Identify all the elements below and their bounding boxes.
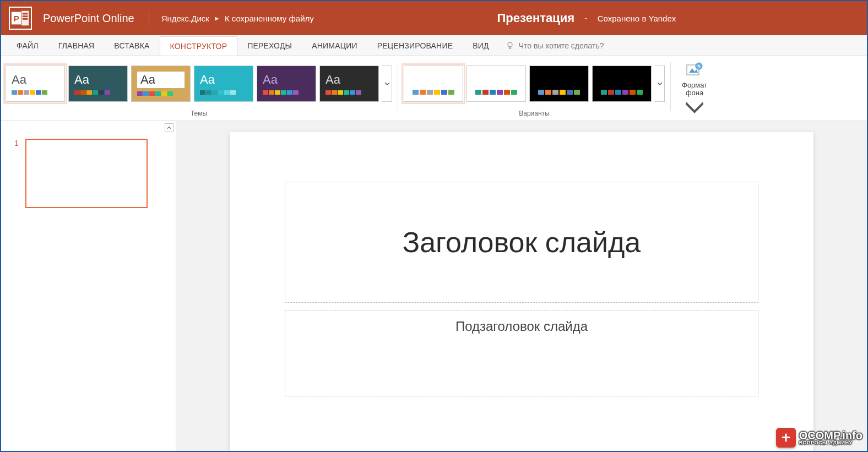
breadcrumb-file[interactable]: К сохраненному файлу [225,14,314,23]
dropdown-caret-icon [686,100,703,117]
ribbon-content: AaAaAaAaAaAa Темы Варианты Форм [1,56,867,121]
title-divider [149,10,149,26]
scroll-up-button[interactable] [165,123,173,132]
watermark-text: OCOMP.info ВОПРОСЫ АДМИНУ [799,431,862,445]
theme-office-white[interactable]: Aa [6,66,65,102]
document-name[interactable]: Презентация [497,11,575,25]
svg-rect-6 [23,18,28,20]
watermark: + OCOMP.info ВОПРОСЫ АДМИНУ [776,428,862,448]
ribbon-tab-вставка[interactable]: ВСТАВКА [104,35,159,56]
slide-number: 1 [14,139,19,208]
titlebar: P PowerPoint Online Яндекс.Диск ▸ К сохр… [1,1,867,35]
breadcrumb-location[interactable]: Яндекс.Диск [161,14,209,23]
title-dash: - [584,13,588,24]
variant-variant-white2[interactable] [466,66,526,102]
ribbon-tab-рецензирование[interactable]: РЕЦЕНЗИРОВАНИЕ [367,35,463,56]
breadcrumb: Яндекс.Диск ▸ К сохраненному файлу [161,13,314,23]
svg-text:P: P [14,14,19,23]
theme-facet-teal[interactable]: Aa [194,66,253,102]
theme-slice-dark[interactable]: Aa [319,66,379,102]
theme-wood[interactable]: Aa [131,66,191,102]
ribbon-tab-конструктор[interactable]: КОНСТРУКТОР [160,36,238,56]
tell-me-search[interactable]: Что вы хотите сделать? [506,35,604,56]
variants-expand-button[interactable] [655,66,665,102]
tell-me-placeholder: Что вы хотите сделать? [519,41,604,50]
chevron-up-icon [167,126,171,130]
svg-rect-5 [23,15,28,17]
title-center: Презентация - Сохранено в Yandex [314,11,859,25]
group-divider [398,62,398,111]
subtitle-placeholder[interactable]: Подзаголовок слайда [285,311,758,396]
watermark-plus-icon: + [776,428,796,448]
title-placeholder[interactable]: Заголовок слайда [285,182,758,303]
bulb-icon [506,41,514,50]
app-title: PowerPoint Online [43,12,134,25]
variant-variant-light[interactable] [404,66,463,102]
ribbon-group-themes: AaAaAaAaAaAa Темы [6,59,392,121]
breadcrumb-arrow-icon: ▸ [215,13,219,23]
svg-point-7 [508,42,512,47]
slide-thumbnail-item: 1 [14,139,169,208]
themes-group-label: Темы [191,107,207,121]
chevron-down-icon [657,81,663,86]
subtitle-placeholder-text: Подзаголовок слайда [455,319,588,334]
svg-rect-4 [23,13,28,15]
title-placeholder-text: Заголовок слайда [403,226,641,259]
saved-status: Сохранено в Yandex [598,14,676,23]
slide-thumbnail[interactable] [25,139,148,208]
work-area: 1 Заголовок слайда Подзаголовок слайда +… [1,121,867,451]
group-divider [670,62,671,111]
theme-ion-purple[interactable]: Aa [257,66,316,102]
variant-variant-black1[interactable] [529,66,589,102]
slides-panel: 1 [1,121,176,451]
variants-group-label: Варианты [519,107,549,121]
ribbon-tab-главная[interactable]: ГЛАВНАЯ [48,35,105,56]
format-background-icon [686,62,703,79]
ribbon-tabs: ФАЙЛГЛАВНАЯВСТАВКАКОНСТРУКТОРПЕРЕХОДЫАНИ… [1,35,867,56]
ribbon-tab-переходы[interactable]: ПЕРЕХОДЫ [237,35,302,56]
format-background-label: Формат фона [682,81,707,97]
slide-canvas[interactable]: Заголовок слайда Подзаголовок слайда [230,132,813,451]
chevron-down-icon [384,81,390,86]
ribbon-tab-анимации[interactable]: АНИМАЦИИ [302,35,367,56]
svg-rect-8 [509,47,511,48]
theme-ion-dark[interactable]: Aa [68,66,128,102]
format-background-button[interactable]: Формат фона [676,59,713,119]
ribbon-group-variants: Варианты [404,59,665,121]
ribbon-group-customize: Формат фона Настроить [676,59,713,121]
ribbon-tab-файл[interactable]: ФАЙЛ [7,35,48,56]
variant-variant-black2[interactable] [592,66,652,102]
themes-expand-button[interactable] [382,66,392,102]
ribbon-tab-вид[interactable]: ВИД [463,35,498,56]
powerpoint-app-icon: P [9,7,32,30]
slide-editor: Заголовок слайда Подзаголовок слайда + O… [176,121,867,451]
